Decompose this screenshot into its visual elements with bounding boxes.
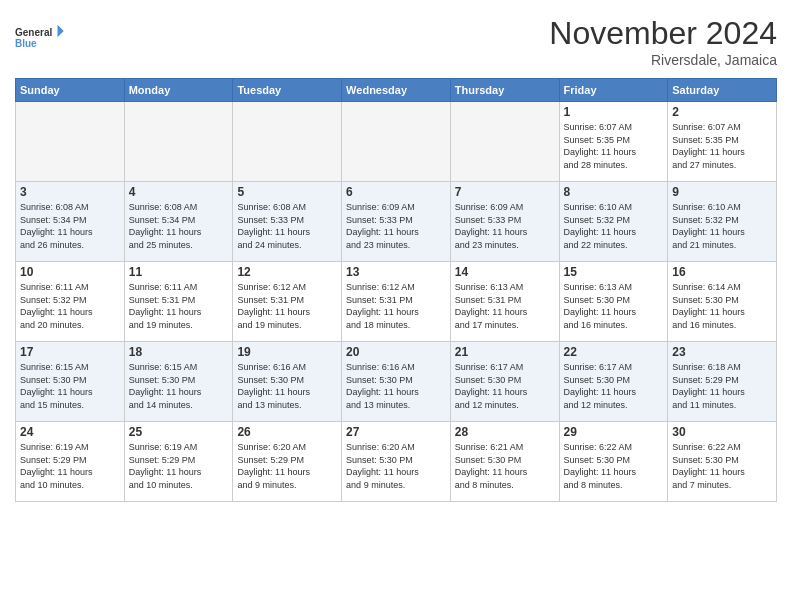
svg-marker-2	[58, 25, 64, 38]
day-number: 23	[672, 345, 772, 359]
day-info: Sunrise: 6:07 AM Sunset: 5:35 PM Dayligh…	[672, 121, 772, 171]
day-number: 22	[564, 345, 664, 359]
day-info: Sunrise: 6:21 AM Sunset: 5:30 PM Dayligh…	[455, 441, 555, 491]
calendar-cell: 17Sunrise: 6:15 AM Sunset: 5:30 PM Dayli…	[16, 342, 125, 422]
day-number: 7	[455, 185, 555, 199]
calendar-day-header: Thursday	[450, 79, 559, 102]
calendar-cell: 4Sunrise: 6:08 AM Sunset: 5:34 PM Daylig…	[124, 182, 233, 262]
day-number: 13	[346, 265, 446, 279]
day-number: 6	[346, 185, 446, 199]
calendar-cell: 2Sunrise: 6:07 AM Sunset: 5:35 PM Daylig…	[668, 102, 777, 182]
calendar-cell: 22Sunrise: 6:17 AM Sunset: 5:30 PM Dayli…	[559, 342, 668, 422]
calendar-cell: 8Sunrise: 6:10 AM Sunset: 5:32 PM Daylig…	[559, 182, 668, 262]
calendar-cell: 21Sunrise: 6:17 AM Sunset: 5:30 PM Dayli…	[450, 342, 559, 422]
calendar-table: SundayMondayTuesdayWednesdayThursdayFrid…	[15, 78, 777, 502]
day-number: 24	[20, 425, 120, 439]
location: Riversdale, Jamaica	[549, 52, 777, 68]
day-number: 14	[455, 265, 555, 279]
day-info: Sunrise: 6:08 AM Sunset: 5:33 PM Dayligh…	[237, 201, 337, 251]
day-number: 3	[20, 185, 120, 199]
calendar-cell	[342, 102, 451, 182]
month-title: November 2024	[549, 15, 777, 52]
calendar-cell: 28Sunrise: 6:21 AM Sunset: 5:30 PM Dayli…	[450, 422, 559, 502]
calendar-cell: 30Sunrise: 6:22 AM Sunset: 5:30 PM Dayli…	[668, 422, 777, 502]
day-number: 25	[129, 425, 229, 439]
day-number: 19	[237, 345, 337, 359]
logo: General Blue	[15, 15, 65, 60]
day-info: Sunrise: 6:19 AM Sunset: 5:29 PM Dayligh…	[20, 441, 120, 491]
day-number: 9	[672, 185, 772, 199]
calendar-cell: 25Sunrise: 6:19 AM Sunset: 5:29 PM Dayli…	[124, 422, 233, 502]
calendar-cell	[124, 102, 233, 182]
day-number: 16	[672, 265, 772, 279]
day-number: 15	[564, 265, 664, 279]
day-number: 17	[20, 345, 120, 359]
day-info: Sunrise: 6:18 AM Sunset: 5:29 PM Dayligh…	[672, 361, 772, 411]
day-info: Sunrise: 6:09 AM Sunset: 5:33 PM Dayligh…	[346, 201, 446, 251]
day-number: 8	[564, 185, 664, 199]
day-info: Sunrise: 6:11 AM Sunset: 5:32 PM Dayligh…	[20, 281, 120, 331]
calendar-cell: 20Sunrise: 6:16 AM Sunset: 5:30 PM Dayli…	[342, 342, 451, 422]
calendar-cell: 14Sunrise: 6:13 AM Sunset: 5:31 PM Dayli…	[450, 262, 559, 342]
day-info: Sunrise: 6:20 AM Sunset: 5:30 PM Dayligh…	[346, 441, 446, 491]
calendar-week-row: 10Sunrise: 6:11 AM Sunset: 5:32 PM Dayli…	[16, 262, 777, 342]
day-number: 10	[20, 265, 120, 279]
svg-text:General: General	[15, 27, 52, 38]
day-info: Sunrise: 6:13 AM Sunset: 5:30 PM Dayligh…	[564, 281, 664, 331]
day-info: Sunrise: 6:17 AM Sunset: 5:30 PM Dayligh…	[564, 361, 664, 411]
day-number: 26	[237, 425, 337, 439]
calendar-cell: 27Sunrise: 6:20 AM Sunset: 5:30 PM Dayli…	[342, 422, 451, 502]
calendar-cell: 24Sunrise: 6:19 AM Sunset: 5:29 PM Dayli…	[16, 422, 125, 502]
day-info: Sunrise: 6:22 AM Sunset: 5:30 PM Dayligh…	[564, 441, 664, 491]
day-number: 20	[346, 345, 446, 359]
calendar-week-row: 24Sunrise: 6:19 AM Sunset: 5:29 PM Dayli…	[16, 422, 777, 502]
svg-text:Blue: Blue	[15, 38, 37, 49]
day-number: 12	[237, 265, 337, 279]
calendar-cell: 7Sunrise: 6:09 AM Sunset: 5:33 PM Daylig…	[450, 182, 559, 262]
day-info: Sunrise: 6:12 AM Sunset: 5:31 PM Dayligh…	[346, 281, 446, 331]
day-number: 21	[455, 345, 555, 359]
day-info: Sunrise: 6:10 AM Sunset: 5:32 PM Dayligh…	[672, 201, 772, 251]
day-info: Sunrise: 6:09 AM Sunset: 5:33 PM Dayligh…	[455, 201, 555, 251]
logo-svg: General Blue	[15, 15, 65, 60]
day-number: 4	[129, 185, 229, 199]
calendar-cell: 12Sunrise: 6:12 AM Sunset: 5:31 PM Dayli…	[233, 262, 342, 342]
calendar-cell: 5Sunrise: 6:08 AM Sunset: 5:33 PM Daylig…	[233, 182, 342, 262]
calendar-cell	[450, 102, 559, 182]
day-info: Sunrise: 6:08 AM Sunset: 5:34 PM Dayligh…	[129, 201, 229, 251]
day-info: Sunrise: 6:16 AM Sunset: 5:30 PM Dayligh…	[346, 361, 446, 411]
day-number: 1	[564, 105, 664, 119]
day-info: Sunrise: 6:08 AM Sunset: 5:34 PM Dayligh…	[20, 201, 120, 251]
day-number: 5	[237, 185, 337, 199]
day-number: 2	[672, 105, 772, 119]
calendar-cell: 18Sunrise: 6:15 AM Sunset: 5:30 PM Dayli…	[124, 342, 233, 422]
day-info: Sunrise: 6:22 AM Sunset: 5:30 PM Dayligh…	[672, 441, 772, 491]
day-number: 11	[129, 265, 229, 279]
calendar-day-header: Monday	[124, 79, 233, 102]
day-number: 29	[564, 425, 664, 439]
day-info: Sunrise: 6:15 AM Sunset: 5:30 PM Dayligh…	[20, 361, 120, 411]
calendar-day-header: Friday	[559, 79, 668, 102]
calendar-week-row: 17Sunrise: 6:15 AM Sunset: 5:30 PM Dayli…	[16, 342, 777, 422]
calendar-cell: 1Sunrise: 6:07 AM Sunset: 5:35 PM Daylig…	[559, 102, 668, 182]
calendar-cell: 19Sunrise: 6:16 AM Sunset: 5:30 PM Dayli…	[233, 342, 342, 422]
calendar-day-header: Tuesday	[233, 79, 342, 102]
calendar-cell: 6Sunrise: 6:09 AM Sunset: 5:33 PM Daylig…	[342, 182, 451, 262]
day-info: Sunrise: 6:20 AM Sunset: 5:29 PM Dayligh…	[237, 441, 337, 491]
calendar-cell: 15Sunrise: 6:13 AM Sunset: 5:30 PM Dayli…	[559, 262, 668, 342]
day-info: Sunrise: 6:11 AM Sunset: 5:31 PM Dayligh…	[129, 281, 229, 331]
day-info: Sunrise: 6:12 AM Sunset: 5:31 PM Dayligh…	[237, 281, 337, 331]
day-number: 18	[129, 345, 229, 359]
calendar-day-header: Saturday	[668, 79, 777, 102]
calendar-day-header: Sunday	[16, 79, 125, 102]
calendar-cell: 26Sunrise: 6:20 AM Sunset: 5:29 PM Dayli…	[233, 422, 342, 502]
calendar-cell: 11Sunrise: 6:11 AM Sunset: 5:31 PM Dayli…	[124, 262, 233, 342]
calendar-cell: 9Sunrise: 6:10 AM Sunset: 5:32 PM Daylig…	[668, 182, 777, 262]
calendar-cell: 13Sunrise: 6:12 AM Sunset: 5:31 PM Dayli…	[342, 262, 451, 342]
day-info: Sunrise: 6:16 AM Sunset: 5:30 PM Dayligh…	[237, 361, 337, 411]
day-info: Sunrise: 6:10 AM Sunset: 5:32 PM Dayligh…	[564, 201, 664, 251]
day-number: 30	[672, 425, 772, 439]
day-info: Sunrise: 6:19 AM Sunset: 5:29 PM Dayligh…	[129, 441, 229, 491]
calendar-cell: 10Sunrise: 6:11 AM Sunset: 5:32 PM Dayli…	[16, 262, 125, 342]
day-info: Sunrise: 6:13 AM Sunset: 5:31 PM Dayligh…	[455, 281, 555, 331]
